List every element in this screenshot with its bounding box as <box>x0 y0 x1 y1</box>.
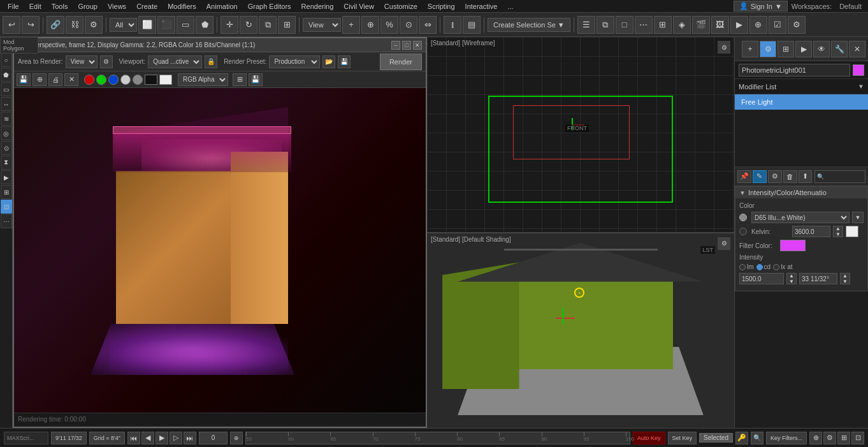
viewport-select[interactable]: Quad ...ctive <box>148 55 202 68</box>
sidebar-btn-2[interactable]: ○ <box>1 53 12 67</box>
sidebar-btn-9[interactable]: ⧗ <box>1 156 12 170</box>
motion-panel-btn[interactable]: ▶ <box>795 41 812 57</box>
delete-btn[interactable]: ✕ <box>64 73 78 86</box>
intensity-angle-input[interactable] <box>799 273 837 284</box>
extra-btn3[interactable]: ⚙ <box>788 16 806 34</box>
sidebar-btn-6[interactable]: ≋ <box>1 112 12 126</box>
color-gray[interactable] <box>133 75 143 85</box>
link-button[interactable]: 🔗 <box>47 16 64 34</box>
angle-snap-button[interactable]: ⊕ <box>361 16 379 34</box>
area-settings-btn[interactable]: ⚙ <box>100 55 113 68</box>
material-editor-button[interactable]: ◈ <box>673 16 691 34</box>
set-key-button[interactable]: Set Key <box>668 432 697 444</box>
viewport-bottom[interactable]: [Standard] [Default Shading] + LST ⚙ <box>427 233 734 429</box>
color-expand-btn[interactable]: ▼ <box>852 212 864 223</box>
lm-radio[interactable]: lm <box>739 263 754 270</box>
extra-status-btn4[interactable]: ⊡ <box>851 432 864 444</box>
preset-load-btn[interactable]: 📂 <box>322 55 335 68</box>
object-name-input[interactable] <box>739 64 850 77</box>
color-white[interactable] <box>120 75 131 85</box>
print-btn[interactable]: 🖨 <box>48 73 62 86</box>
key-mode-btn[interactable]: 🔑 <box>735 432 748 444</box>
sign-in-button[interactable]: 👤 Sign In ▼ <box>734 1 788 11</box>
pin-stack-btn[interactable]: 📌 <box>737 170 751 183</box>
move-button[interactable]: ✛ <box>221 16 238 34</box>
modifier-list-content[interactable]: Free Light <box>735 94 868 110</box>
hierarchy-panel-btn[interactable]: ⊞ <box>778 41 794 57</box>
intensity-color-header[interactable]: ▼ Intensity/Color/Attenuatio <box>735 187 867 198</box>
save-render-btn[interactable]: 💾 <box>17 73 31 86</box>
extra-btn1[interactable]: ⊕ <box>749 16 767 34</box>
configure-btn[interactable]: ⚙ <box>768 170 782 183</box>
schematic-button[interactable]: ⊞ <box>654 16 672 34</box>
object-props-button[interactable]: □ <box>616 16 633 34</box>
intensity-input[interactable] <box>739 273 784 284</box>
menu-rendering[interactable]: Rendering <box>296 1 339 11</box>
lock-viewport-btn[interactable]: 🔒 <box>205 55 217 68</box>
color-radio-btn[interactable] <box>739 214 747 221</box>
snap-button[interactable]: + <box>342 16 360 34</box>
menu-edit[interactable]: Edit <box>24 1 47 11</box>
sidebar-btn-11[interactable]: ⊞ <box>1 185 12 199</box>
play-btn[interactable]: ▶ <box>156 432 168 444</box>
auto-key-button[interactable]: Auto Key <box>633 432 665 444</box>
create-panel-btn[interactable]: + <box>742 41 758 57</box>
menu-animation[interactable]: Animation <box>201 1 243 11</box>
intensity-spinner[interactable]: ▲▼ <box>786 273 797 284</box>
timeline-area[interactable]: 55 60 65 70 75 80 85 90 95 100 <box>245 432 630 444</box>
close-button[interactable]: ✕ <box>413 41 422 50</box>
lm-radio-dot[interactable] <box>739 264 746 270</box>
cd-radio[interactable]: cd <box>756 263 771 270</box>
toggle-button[interactable]: ▤ <box>463 16 481 34</box>
color-type-select[interactable]: D65 Illu...e White) <box>751 212 850 223</box>
kelvin-input[interactable] <box>792 226 830 237</box>
preset-save-btn[interactable]: 💾 <box>338 55 351 68</box>
sidebar-btn-12[interactable]: ⊡ <box>1 200 12 214</box>
maximize-button[interactable]: □ <box>402 41 411 50</box>
view-dropdown[interactable]: View <box>303 18 341 32</box>
search-keys-btn[interactable]: 🔍 <box>751 432 763 444</box>
rotate-button[interactable]: ↻ <box>240 16 257 34</box>
color-green[interactable] <box>96 75 106 85</box>
menu-create[interactable]: Create <box>131 1 163 11</box>
align-button[interactable]: ⫿ <box>444 16 461 34</box>
modifier-list-row[interactable]: Modifier List ▼ <box>735 79 868 94</box>
maxscript-btn[interactable]: MAXScri... <box>4 432 48 444</box>
extra-status-btn2[interactable]: ⚙ <box>823 432 836 444</box>
goto-end-btn[interactable]: ⏭ <box>184 432 196 444</box>
viewport-bottom-settings-icon[interactable]: ⚙ <box>718 237 730 250</box>
color-black-box[interactable] <box>145 75 157 85</box>
key-filters-btn[interactable]: Key Filters... <box>766 432 807 444</box>
percent-snap-button[interactable]: % <box>380 16 398 34</box>
lx-at-radio[interactable]: lx at <box>773 263 792 270</box>
color-red[interactable] <box>84 75 94 85</box>
display-panel-btn[interactable]: 👁 <box>813 41 830 57</box>
color-blue[interactable] <box>108 75 119 85</box>
sidebar-btn-3[interactable]: ⬟ <box>1 68 12 82</box>
modify-btn[interactable]: ✎ <box>753 170 767 183</box>
menu-more[interactable]: ... <box>502 1 518 11</box>
prev-frame-btn[interactable]: ◀ <box>141 432 154 444</box>
area-to-render-select[interactable]: View <box>66 55 98 68</box>
sidebar-btn-10[interactable]: ▶ <box>1 170 12 184</box>
goto-start-btn[interactable]: ⏮ <box>127 432 140 444</box>
menu-scripting[interactable]: Scripting <box>423 1 460 11</box>
viewport-top[interactable]: [Standard] [Wireframe] FRONT ⚙ <box>427 37 734 233</box>
utilities-panel-btn[interactable]: 🔧 <box>831 41 848 57</box>
render-setup-button[interactable]: 🎬 <box>692 16 710 34</box>
menu-interactive[interactable]: Interactive <box>460 1 503 11</box>
redo-button[interactable]: ↪ <box>22 16 40 34</box>
undo-button[interactable]: ↩ <box>3 16 20 34</box>
delete-mod-btn[interactable]: 🗑 <box>783 170 797 183</box>
sidebar-btn-5[interactable]: ↔ <box>1 97 12 111</box>
extra-status-btn1[interactable]: ⊕ <box>809 432 822 444</box>
create-selection-button[interactable]: Create Selection Se ▼ <box>488 18 570 32</box>
minimize-button[interactable]: – <box>391 41 400 50</box>
extra-panel-btn[interactable]: ✕ <box>849 41 865 57</box>
mirror-button[interactable]: ⇔ <box>419 16 437 34</box>
sidebar-btn-4[interactable]: ▭ <box>1 82 12 96</box>
object-color-swatch[interactable] <box>853 64 864 76</box>
unlink-button[interactable]: ⛓ <box>66 16 83 34</box>
transform-button[interactable]: ⊞ <box>278 16 296 34</box>
menu-civil-view[interactable]: Civil View <box>338 1 379 11</box>
